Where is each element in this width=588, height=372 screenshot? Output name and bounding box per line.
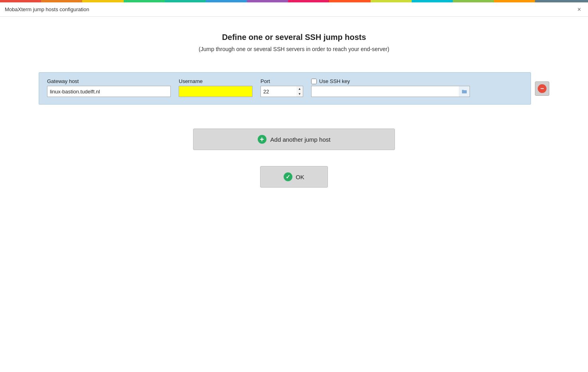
port-spinner: ▲ ▼ xyxy=(296,86,303,97)
use-ssh-key-label: Use SSH key xyxy=(319,78,350,84)
titlebar: MobaXterm jump hosts configuration × xyxy=(0,2,588,17)
ssh-key-label-row: Use SSH key xyxy=(311,78,470,84)
add-jump-host-button[interactable]: + Add another jump host xyxy=(193,129,395,150)
close-button[interactable]: × xyxy=(575,6,583,14)
svg-rect-0 xyxy=(462,90,467,93)
ssh-key-input[interactable] xyxy=(311,86,459,97)
ssh-key-group: Use SSH key xyxy=(311,78,470,97)
port-wrapper: ▲ ▼ xyxy=(260,86,303,97)
main-content: Define one or several SSH jump hosts (Ju… xyxy=(0,17,588,372)
ok-label: OK xyxy=(296,174,304,180)
username-input[interactable] xyxy=(179,86,253,97)
ok-button[interactable]: ✓ OK xyxy=(260,166,328,188)
jump-hosts-container: Gateway host Username Port ▲ xyxy=(39,72,549,105)
port-up-button[interactable]: ▲ xyxy=(296,86,303,91)
jump-host-row-wrapper: Gateway host Username Port ▲ xyxy=(39,72,549,105)
port-down-button[interactable]: ▼ xyxy=(296,91,303,97)
window-title: MobaXterm jump hosts configuration xyxy=(5,6,89,12)
gateway-host-group: Gateway host xyxy=(47,78,171,97)
window: MobaXterm jump hosts configuration × Def… xyxy=(0,2,588,372)
folder-icon xyxy=(462,89,467,94)
ssh-key-browse-button[interactable] xyxy=(459,86,470,97)
port-input[interactable] xyxy=(260,86,296,97)
remove-jump-host-button[interactable]: − xyxy=(535,81,549,96)
use-ssh-key-checkbox[interactable] xyxy=(311,79,317,84)
port-group: Port ▲ ▼ xyxy=(260,78,303,97)
username-group: Username xyxy=(179,78,253,97)
add-jump-host-label: Add another jump host xyxy=(270,136,331,143)
ok-icon: ✓ xyxy=(284,172,292,181)
jump-host-row: Gateway host Username Port ▲ xyxy=(39,72,531,105)
gateway-host-input[interactable] xyxy=(47,86,171,97)
ssh-key-input-row xyxy=(311,86,470,97)
remove-icon: − xyxy=(538,84,547,93)
add-icon: + xyxy=(258,135,266,144)
port-label: Port xyxy=(260,78,303,84)
dialog-subheading: (Jump through one or several SSH servers… xyxy=(199,46,389,52)
actions-area: + Add another jump host ✓ OK xyxy=(39,129,549,188)
dialog-heading: Define one or several SSH jump hosts xyxy=(222,33,366,42)
gateway-host-label: Gateway host xyxy=(47,78,171,84)
username-label: Username xyxy=(179,78,253,84)
